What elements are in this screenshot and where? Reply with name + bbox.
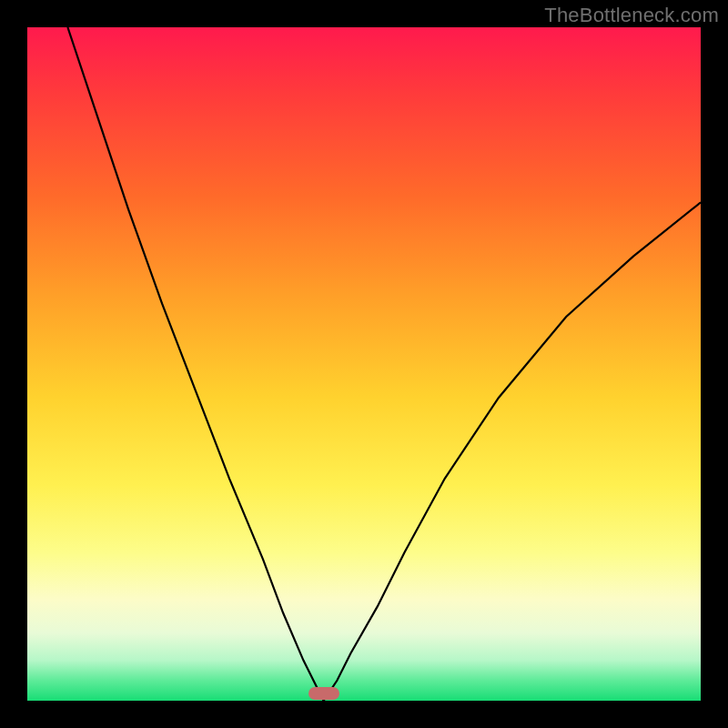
curve-left-branch — [67, 27, 323, 701]
optimum-marker — [308, 687, 339, 700]
watermark-text: TheBottleneck.com — [544, 4, 719, 27]
bottleneck-curve — [27, 27, 701, 701]
chart-frame: TheBottleneck.com — [0, 0, 728, 728]
curve-right-branch — [324, 202, 701, 701]
plot-area — [27, 27, 701, 701]
